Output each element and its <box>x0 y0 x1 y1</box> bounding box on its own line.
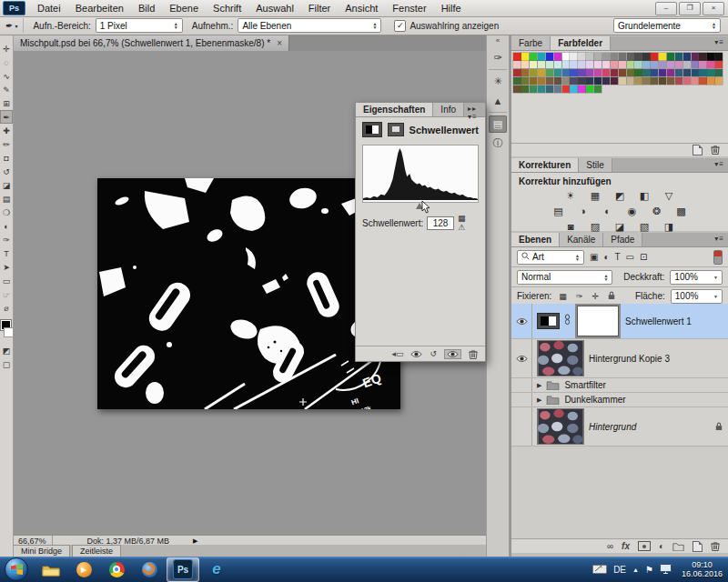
color-swatch[interactable] <box>513 85 521 93</box>
tool-blur[interactable]: ❍ <box>0 206 13 219</box>
color-swatch[interactable] <box>611 53 618 60</box>
filter-adjustment-layers-icon[interactable]: ◐ <box>603 252 609 262</box>
taskbar-firefox-button[interactable] <box>134 558 165 581</box>
menu-auswahl[interactable]: Auswahl <box>248 1 301 16</box>
tool-hand[interactable]: ☞ <box>0 287 13 301</box>
menu-filter[interactable]: Filter <box>301 1 338 16</box>
color-swatch[interactable] <box>521 85 529 93</box>
tool-preset-picker[interactable]: ✒ ▾ <box>0 18 24 33</box>
delete-layer-icon[interactable] <box>711 538 720 555</box>
threshold-value-input[interactable]: 128 <box>427 216 454 230</box>
color-swatch[interactable] <box>513 61 521 68</box>
color-swatch[interactable] <box>667 77 674 85</box>
color-swatch[interactable] <box>538 61 545 68</box>
color-swatch[interactable] <box>594 53 602 60</box>
collapse-dock-icon[interactable]: « <box>496 36 500 45</box>
color-swatch[interactable] <box>659 77 666 85</box>
tool-marquee[interactable]: ◌ <box>0 55 13 69</box>
color-swatch[interactable] <box>602 69 610 76</box>
delete-adjustment-icon[interactable] <box>469 349 478 359</box>
color-swatch[interactable] <box>578 61 585 68</box>
histogram-panel-icon[interactable]: ▲ <box>489 92 507 109</box>
tool-lasso[interactable]: ∿ <box>0 69 13 83</box>
add-mask-icon[interactable] <box>638 541 651 551</box>
color-swatch[interactable] <box>659 61 666 68</box>
color-swatch[interactable] <box>611 61 618 68</box>
color-swatch[interactable] <box>521 69 529 76</box>
eye-empty-cell[interactable] <box>511 378 532 392</box>
brush-presets-panel-icon[interactable]: ✑ <box>489 49 507 66</box>
color-swatch[interactable] <box>546 85 553 93</box>
color-swatch[interactable] <box>619 77 626 85</box>
expand-triangle-icon[interactable]: ▶ <box>537 382 541 389</box>
color-swatch[interactable] <box>683 53 691 60</box>
tool-zoom[interactable]: ⌀ <box>0 301 13 315</box>
tool-healing-brush[interactable]: ✚ <box>0 124 13 137</box>
color-swatch[interactable] <box>521 53 529 60</box>
tool-pen[interactable]: ✑ <box>0 233 13 246</box>
color-swatch[interactable] <box>634 53 642 60</box>
color-swatch[interactable] <box>562 77 570 85</box>
hidden-icons-arrow-icon[interactable]: ▲ <box>632 567 639 573</box>
color-swatch[interactable] <box>707 69 714 76</box>
tool-path-selection[interactable]: ➤ <box>0 260 13 274</box>
histogram-warning-icons[interactable]: ▦ ⚠ <box>458 214 479 232</box>
color-swatch[interactable] <box>546 61 553 68</box>
color-swatch[interactable] <box>619 69 626 76</box>
restore-button[interactable]: ❐ <box>679 2 701 15</box>
eye-icon[interactable] <box>511 304 532 338</box>
color-swatch[interactable] <box>570 69 577 76</box>
color-swatch[interactable] <box>530 61 537 68</box>
color-swatch[interactable] <box>699 69 706 76</box>
color-swatch[interactable] <box>578 53 585 60</box>
tab-kanaele[interactable]: Kanäle <box>560 233 603 246</box>
color-swatch[interactable] <box>667 61 674 68</box>
layer-row[interactable]: Hintergrund Kopie 3 <box>511 339 728 378</box>
color-swatch[interactable] <box>570 85 577 93</box>
color-swatch[interactable] <box>538 85 545 93</box>
network-icon[interactable] <box>660 561 672 577</box>
color-swatch[interactable] <box>578 69 585 76</box>
adjustment-posterize-icon[interactable]: ▨ <box>589 221 602 233</box>
adjustment-brightness-contrast-icon[interactable]: ☀ <box>564 190 577 202</box>
color-swatch[interactable] <box>699 77 706 85</box>
color-swatch[interactable] <box>594 61 602 68</box>
color-swatch[interactable] <box>546 69 553 76</box>
color-swatch[interactable] <box>634 61 642 68</box>
reset-icon[interactable]: ↺ <box>430 349 437 358</box>
color-swatch[interactable] <box>667 53 674 60</box>
color-swatch[interactable] <box>538 77 545 85</box>
color-swatch[interactable] <box>611 77 618 85</box>
layer-style-icon[interactable]: fx <box>622 541 630 551</box>
tab-pfade[interactable]: Pfade <box>603 233 642 246</box>
taskbar-media-player-button[interactable]: ▶ <box>68 558 99 581</box>
color-swatch[interactable] <box>554 53 561 60</box>
toggle-previous-state-icon[interactable] <box>410 350 422 358</box>
color-swatch[interactable] <box>602 77 610 85</box>
taskbar-explorer-button[interactable] <box>35 558 66 581</box>
layer-row[interactable]: ▶Smartfilter <box>511 378 728 393</box>
color-swatch[interactable] <box>659 53 666 60</box>
status-menu-arrow-icon[interactable]: ▶ <box>193 537 197 545</box>
adjustment-channel-mixer-icon[interactable]: ❂ <box>651 206 663 217</box>
menu-bild[interactable]: Bild <box>131 1 162 16</box>
adjustment-thumbnail[interactable] <box>537 313 560 329</box>
color-swatch[interactable] <box>642 77 650 85</box>
menu-bearbeiten[interactable]: Bearbeiten <box>68 1 131 16</box>
color-swatch[interactable] <box>683 69 691 76</box>
color-swatch[interactable] <box>675 77 682 85</box>
language-indicator[interactable]: DE <box>613 565 626 575</box>
color-swatch[interactable] <box>627 69 634 76</box>
tool-eyedropper[interactable]: ✒ <box>0 110 13 124</box>
color-swatch[interactable] <box>699 61 706 68</box>
color-swatch[interactable] <box>642 61 650 68</box>
color-swatch[interactable] <box>692 53 699 60</box>
tool-dodge[interactable]: ◐ <box>0 219 13 233</box>
color-swatch[interactable] <box>594 85 602 93</box>
color-swatch[interactable] <box>627 77 634 85</box>
color-swatch[interactable] <box>715 53 723 60</box>
action-center-flag-icon[interactable]: ⚑ <box>645 565 653 575</box>
adjustment-selective-color-icon[interactable]: ◨ <box>662 221 675 233</box>
tool-history-brush[interactable]: ↺ <box>0 165 13 178</box>
filter-pixel-layers-icon[interactable]: ▣ <box>590 252 598 262</box>
